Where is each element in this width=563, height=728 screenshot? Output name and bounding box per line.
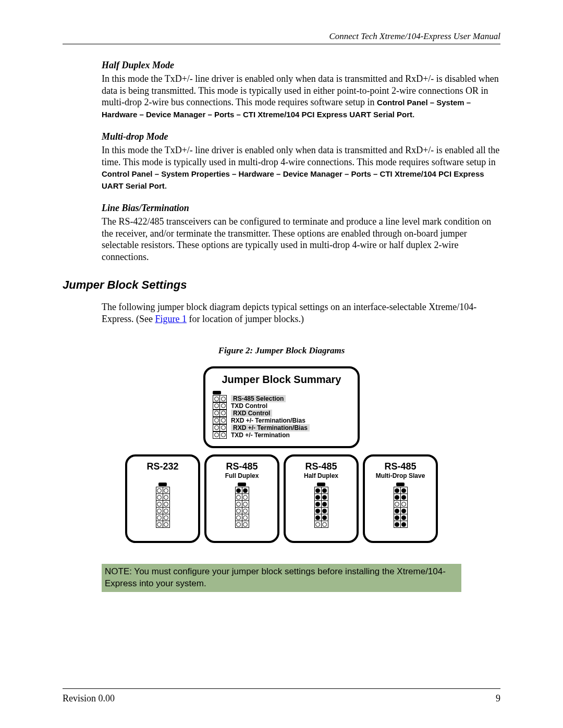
footer-page-number: 9 xyxy=(496,693,500,704)
mode-title: RS-485 xyxy=(384,462,416,471)
jumper-pair xyxy=(314,500,328,508)
summary-row: RXD +/- Termination/Bias xyxy=(213,424,350,431)
text-bold: Control Panel – System Properties – Hard… xyxy=(102,169,484,190)
pin1-marker xyxy=(238,483,246,486)
jumper-pair xyxy=(394,493,408,501)
jumper-pair xyxy=(156,500,170,508)
body-multi-drop: In this mode the TxD+/- line driver is e… xyxy=(102,144,500,191)
jumper-pair xyxy=(314,493,328,501)
figure-1-link[interactable]: Figure 1 xyxy=(155,314,187,324)
jumper-column xyxy=(156,483,170,527)
text: In this mode the TxD+/- line driver is e… xyxy=(102,145,499,167)
summary-label: TXD +/- Termination xyxy=(231,431,290,439)
footer: Revision 0.00 9 xyxy=(63,688,500,704)
summary-label: RXD Control xyxy=(231,410,272,417)
jumper-pair xyxy=(394,500,408,508)
jumper-summary-block: Jumper Block Summary RS-485 SelectionTXD… xyxy=(203,366,360,448)
summary-row: RXD +/- Termination/Bias xyxy=(213,417,350,424)
mode-title: RS-232 xyxy=(146,462,178,471)
summary-label: RXD +/- Termination/Bias xyxy=(231,424,310,431)
jumper-pair xyxy=(235,514,249,521)
header-rule xyxy=(63,44,500,44)
jumper-summary-title: Jumper Block Summary xyxy=(213,374,350,386)
jumper-pair xyxy=(156,493,170,501)
jumper-pair xyxy=(213,431,227,439)
mode-subtitle: Half Duplex xyxy=(304,472,338,479)
mode-block: RS-232 xyxy=(125,454,200,543)
jumper-pair xyxy=(213,424,227,431)
pin1-marker xyxy=(317,483,325,486)
jumper-pair xyxy=(314,514,328,521)
section-half-duplex: Half Duplex Mode In this mode the TxD+/-… xyxy=(102,60,500,120)
jumper-pair xyxy=(156,514,170,521)
section-multi-drop: Multi-drop Mode In this mode the TxD+/- … xyxy=(102,131,500,191)
jumper-pair xyxy=(314,487,328,494)
footer-revision: Revision 0.00 xyxy=(63,693,115,704)
body-half-duplex: In this mode the TxD+/- line driver is e… xyxy=(102,73,500,120)
text: . xyxy=(412,109,415,119)
jumper-pair xyxy=(235,493,249,501)
jumper-column xyxy=(314,483,328,527)
jumper-pair xyxy=(235,507,249,514)
summary-label: RS-485 Selection xyxy=(231,395,286,402)
heading-half-duplex: Half Duplex Mode xyxy=(102,60,500,71)
section-line-bias: Line Bias/Termination The RS-422/485 tra… xyxy=(102,203,500,263)
jumper-pair xyxy=(156,487,170,494)
pin1-marker xyxy=(158,483,167,486)
body-jumper-settings-wrap: The following jumper block diagram depic… xyxy=(102,301,500,325)
note-box: NOTE: You must configure your jumper blo… xyxy=(102,564,461,592)
mode-subtitle xyxy=(162,472,163,479)
jumper-column xyxy=(235,483,249,527)
mode-title: RS-485 xyxy=(305,462,337,471)
summary-row: TXD Control xyxy=(213,402,350,410)
header-right: Connect Tech Xtreme/104-Express User Man… xyxy=(63,31,500,42)
jumper-pair xyxy=(394,487,408,494)
summary-label: TXD Control xyxy=(231,402,267,410)
jumper-pair xyxy=(213,402,227,410)
jumper-pair xyxy=(314,507,328,514)
pin1-marker xyxy=(396,483,405,486)
figure-caption: Figure 2: Jumper Block Diagrams xyxy=(63,346,500,356)
mode-block: RS-485Half Duplex xyxy=(284,454,359,543)
jumper-pair xyxy=(235,500,249,508)
jumper-pair xyxy=(394,521,408,528)
pin1-marker xyxy=(213,391,221,394)
mode-title: RS-485 xyxy=(226,462,258,471)
jumper-diagram: Jumper Block Summary RS-485 SelectionTXD… xyxy=(125,366,438,543)
body-line-bias: The RS-422/485 transceivers can be confi… xyxy=(102,216,500,263)
text: . xyxy=(165,180,167,191)
jumper-pair xyxy=(394,514,408,521)
summary-label: RXD +/- Termination/Bias xyxy=(231,417,305,424)
text: for location of jumper blocks.) xyxy=(187,314,304,324)
summary-row: TXD +/- Termination xyxy=(213,431,350,439)
body-jumper-settings: The following jumper block diagram depic… xyxy=(102,301,500,325)
jumper-pair xyxy=(235,521,249,528)
mode-subtitle: Multi-Drop Slave xyxy=(376,472,425,479)
heading-multi-drop: Multi-drop Mode xyxy=(102,131,500,142)
section-jumper-settings: Jumper Block Settings xyxy=(63,278,500,292)
mode-block: RS-485Multi-Drop Slave xyxy=(363,454,438,543)
jumper-pair xyxy=(235,487,249,494)
mode-subtitle: Full Duplex xyxy=(225,472,259,479)
summary-row: RS-485 Selection xyxy=(213,395,350,402)
heading-line-bias: Line Bias/Termination xyxy=(102,203,500,214)
jumper-pair xyxy=(213,410,227,417)
jumper-pair xyxy=(156,521,170,528)
jumper-pair xyxy=(394,507,408,514)
mode-block: RS-485Full Duplex xyxy=(204,454,279,543)
heading-jumper-settings: Jumper Block Settings xyxy=(63,278,500,292)
jumper-pair xyxy=(156,507,170,514)
jumper-column xyxy=(394,483,408,527)
jumper-pair xyxy=(213,395,227,402)
jumper-pair xyxy=(314,521,328,528)
summary-row: RXD Control xyxy=(213,410,350,417)
jumper-pair xyxy=(213,417,227,424)
